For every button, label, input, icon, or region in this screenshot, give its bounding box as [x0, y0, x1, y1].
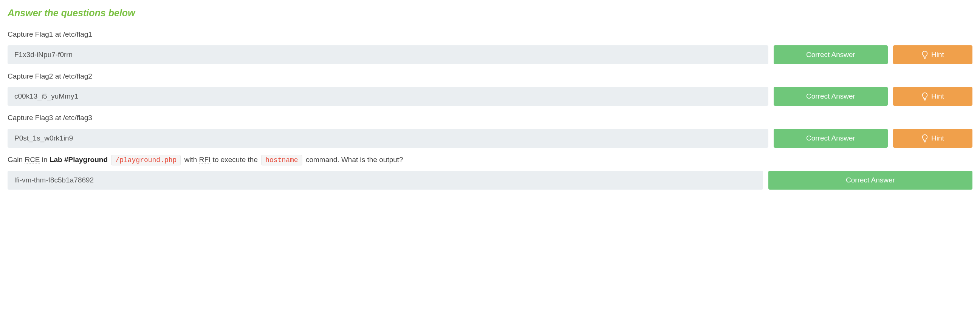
section-title: Answer the questions below [8, 8, 135, 19]
correct-answer-label: Correct Answer [806, 134, 855, 142]
correct-answer-label: Correct Answer [806, 92, 855, 100]
question-label: Capture Flag1 at /etc/flag1 [8, 29, 972, 40]
hint-button[interactable]: Hint [893, 87, 972, 106]
question-block: Capture Flag1 at /etc/flag1 Correct Answ… [0, 29, 980, 64]
answer-input[interactable] [8, 87, 768, 106]
lightbulb-icon [921, 51, 928, 59]
hint-button[interactable]: Hint [893, 45, 972, 64]
answer-row: Correct Answer Hint [8, 87, 972, 106]
answer-input[interactable] [8, 45, 768, 64]
question-label: Capture Flag3 at /etc/flag3 [8, 113, 972, 124]
abbr-rfi: RFI [199, 156, 211, 164]
answer-row: Correct Answer [8, 171, 972, 190]
answer-input[interactable] [8, 129, 768, 148]
correct-answer-button[interactable]: Correct Answer [768, 171, 972, 190]
lightbulb-icon [921, 92, 928, 100]
correct-answer-button[interactable]: Correct Answer [774, 129, 888, 148]
question-label: Capture Flag2 at /etc/flag2 [8, 71, 972, 82]
question-block: Gain RCE in Lab #Playground /playground.… [0, 154, 980, 190]
hint-button[interactable]: Hint [893, 129, 972, 148]
answer-row: Correct Answer Hint [8, 129, 972, 148]
lightbulb-icon [921, 134, 928, 142]
correct-answer-button[interactable]: Correct Answer [774, 87, 888, 106]
answer-input[interactable] [8, 171, 763, 190]
section-header: Answer the questions below [0, 0, 980, 19]
correct-answer-label: Correct Answer [806, 51, 855, 59]
correct-answer-label: Correct Answer [846, 176, 895, 184]
answer-row: Correct Answer Hint [8, 45, 972, 64]
correct-answer-button[interactable]: Correct Answer [774, 45, 888, 64]
hint-label: Hint [931, 92, 944, 100]
divider [144, 13, 972, 13]
abbr-rce: RCE [25, 156, 40, 164]
code-path: /playground.php [111, 155, 181, 165]
question-label: Gain RCE in Lab #Playground /playground.… [8, 154, 972, 165]
code-command: hostname [261, 155, 302, 165]
lab-name: Lab #Playground [49, 156, 108, 164]
hint-label: Hint [931, 134, 944, 142]
question-block: Capture Flag3 at /etc/flag3 Correct Answ… [0, 113, 980, 148]
hint-label: Hint [931, 51, 944, 59]
question-block: Capture Flag2 at /etc/flag2 Correct Answ… [0, 71, 980, 106]
